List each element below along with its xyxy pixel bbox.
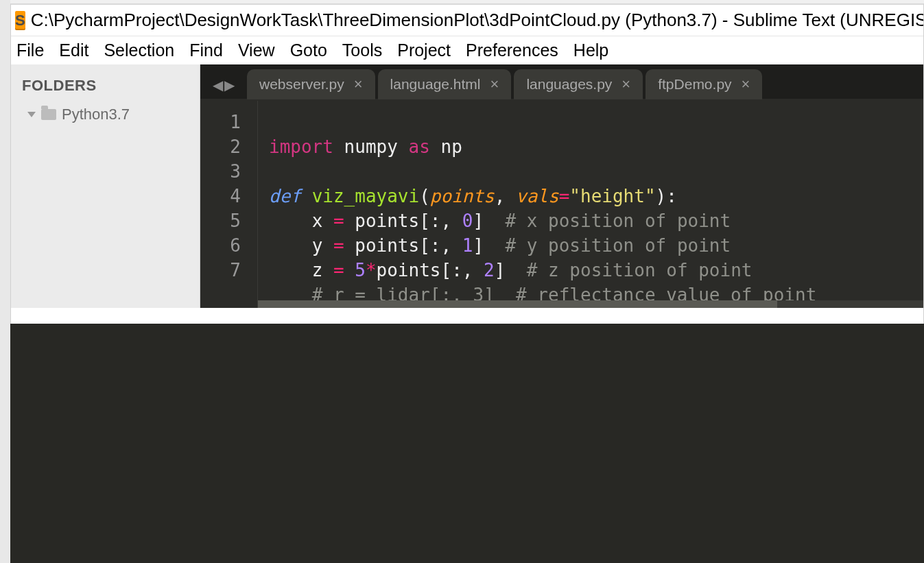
menu-selection[interactable]: Selection xyxy=(104,40,174,60)
menubar: File Edit Selection Find View Goto Tools… xyxy=(11,36,923,64)
tab-languages-py[interactable]: languages.py × xyxy=(514,69,643,99)
tab-back-icon[interactable]: ◀ xyxy=(213,77,223,93)
close-icon[interactable]: × xyxy=(742,75,750,93)
line-number: 4 xyxy=(200,184,241,208)
tab-label: language.html xyxy=(390,76,481,93)
line-number: 1 xyxy=(200,110,241,134)
code-area[interactable]: 1 2 3 4 5 6 7 import numpy as np def viz… xyxy=(200,99,923,308)
sidebar: FOLDERS Python3.7 xyxy=(11,64,200,308)
tab-webserver[interactable]: webserver.py × xyxy=(247,69,375,99)
tab-forward-icon[interactable]: ▶ xyxy=(224,77,235,93)
window-title: C:\PycharmProject\DesignWorkTask\ThreeDi… xyxy=(31,10,923,31)
gutter: 1 2 3 4 5 6 7 xyxy=(200,99,258,308)
tabbar: ◀ ▶ webserver.py × language.html × langu… xyxy=(200,64,923,99)
line-number: 7 xyxy=(200,258,241,283)
close-icon[interactable]: × xyxy=(621,75,630,93)
menu-view[interactable]: View xyxy=(238,40,275,60)
workarea: FOLDERS Python3.7 ◀ ▶ webserver.py × lan… xyxy=(11,64,923,308)
folder-icon xyxy=(41,109,56,120)
tab-language-html[interactable]: language.html × xyxy=(378,69,512,99)
line-number: 3 xyxy=(200,159,241,184)
folder-root[interactable]: Python3.7 xyxy=(22,106,189,123)
line-number: 5 xyxy=(200,208,241,233)
horizontal-scrollbar[interactable] xyxy=(258,300,923,308)
scrollbar-thumb[interactable] xyxy=(258,300,777,308)
tab-label: ftpDemo.py xyxy=(658,76,731,93)
menu-preferences[interactable]: Preferences xyxy=(466,40,558,60)
line-number: 2 xyxy=(200,134,241,159)
line-number: 6 xyxy=(200,233,241,258)
close-icon[interactable]: × xyxy=(354,75,363,93)
menu-help[interactable]: Help xyxy=(573,40,608,60)
menu-file[interactable]: File xyxy=(16,40,44,60)
menu-edit[interactable]: Edit xyxy=(59,40,88,60)
editor-pane: ◀ ▶ webserver.py × language.html × langu… xyxy=(200,64,923,308)
menu-tools[interactable]: Tools xyxy=(342,40,382,60)
console-panel[interactable] xyxy=(10,324,924,563)
menu-goto[interactable]: Goto xyxy=(290,40,327,60)
chevron-down-icon xyxy=(27,112,36,117)
window-left-edge xyxy=(0,0,10,563)
app-icon: S xyxy=(15,11,25,30)
tab-label: languages.py xyxy=(526,76,612,93)
menu-project[interactable]: Project xyxy=(397,40,451,60)
tab-label: webserver.py xyxy=(259,76,344,93)
tab-nav: ◀ ▶ xyxy=(207,77,247,99)
folder-label: Python3.7 xyxy=(62,106,130,123)
close-icon[interactable]: × xyxy=(490,75,499,93)
tab-ftpdemo[interactable]: ftpDemo.py × xyxy=(645,69,762,99)
titlebar[interactable]: S C:\PycharmProject\DesignWorkTask\Three… xyxy=(11,5,923,36)
code-content[interactable]: import numpy as np def viz_mayavi(points… xyxy=(258,99,923,308)
sidebar-title: FOLDERS xyxy=(22,77,189,95)
menu-find[interactable]: Find xyxy=(189,40,223,60)
